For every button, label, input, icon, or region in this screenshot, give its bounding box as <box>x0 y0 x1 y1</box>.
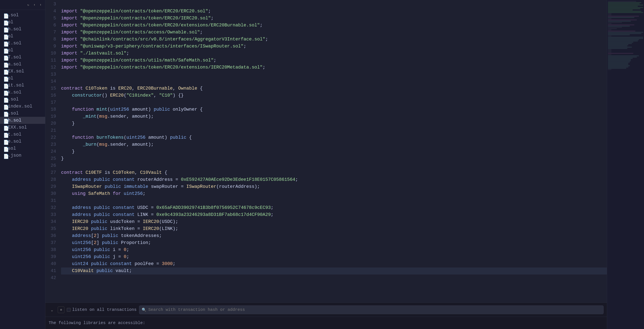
code-line-17 <box>61 99 607 106</box>
file-icon: 📄 <box>3 77 6 80</box>
code-line-5: import "@openzeppelin/contracts/token/ER… <box>61 15 607 22</box>
code-line-25: } <box>61 155 607 162</box>
code-line-32: address public constant USDC = 0x65aFADD… <box>61 204 607 211</box>
code-line-28: address public constant routerAddress = … <box>61 176 607 183</box>
code-line-7: import "@openzeppelin/contracts/access/O… <box>61 29 607 36</box>
file-item[interactable]: 📄k.sol <box>0 89 45 96</box>
file-item[interactable]: 📄h.sol <box>0 26 45 33</box>
download-icon[interactable]: ⬇ <box>38 3 43 7</box>
code-line-12: import "@openzeppelin/contracts/token/ER… <box>61 64 607 71</box>
file-item[interactable]: 📄it.sol <box>0 82 45 89</box>
file-item[interactable]: 📄e.sol <box>0 138 45 145</box>
code-line-20: } <box>61 120 607 127</box>
file-item[interactable]: 📄EXX.sol <box>0 124 45 131</box>
code-line-16: constructor() ERC20("C10index", "C10") {… <box>61 92 607 99</box>
code-line-30: using SafeMath for uint256; <box>61 190 607 197</box>
code-line-29: ISwapRouter public immutable swapRouter … <box>61 183 607 190</box>
file-item[interactable]: 📄.json <box>0 152 45 159</box>
file-item[interactable]: 📄EX.sol <box>0 68 45 75</box>
sidebar-header: ↻ ⬆ ⬇ <box>0 0 45 10</box>
search-icon[interactable]: 🔍 <box>142 307 146 312</box>
footer-text: The following libraries are accessible: <box>49 320 145 325</box>
file-icon: 📄 <box>3 91 6 94</box>
listen-transactions-label: listen on all transactions <box>72 307 136 312</box>
file-icon: 📄 <box>3 49 6 52</box>
code-line-39: uint256 public j = 0; <box>61 253 607 260</box>
file-icon: 📄 <box>3 147 6 150</box>
code-line-15: contract C10Token is ERC20, ERC20Burnabl… <box>61 85 607 92</box>
code-line-6: import "@openzeppelin/contracts/token/ER… <box>61 22 607 29</box>
file-item-active[interactable]: 📄h.sol <box>0 117 45 124</box>
code-line-26 <box>61 162 607 169</box>
code-line-3 <box>61 1 607 8</box>
upload-icon[interactable]: ⬆ <box>32 3 36 7</box>
code-line-24: } <box>61 148 607 155</box>
file-icon: 📄 <box>3 56 6 59</box>
code-line-36: address[2] public tokenAddresses; <box>61 232 607 239</box>
code-content[interactable]: import "@openzeppelin/contracts/token/ER… <box>58 0 607 302</box>
minimap-content <box>607 0 644 71</box>
file-item[interactable]: 📄.sol <box>0 110 45 117</box>
file-icon: 📄 <box>3 126 6 129</box>
file-item[interactable]: 📄t.sol <box>0 40 45 47</box>
line-numbers: 3 4 5 6 7 8 9 10 11 12 13 14 15 16 17 18… <box>46 0 58 302</box>
file-icon: 📄 <box>3 14 6 17</box>
sidebar-file-list: 📄.sol 📄ol 📄h.sol 📄ol 📄t.sol 📄ol 📄T.sol 📄… <box>0 10 45 329</box>
file-icon: 📄 <box>3 133 6 136</box>
listen-transactions-container: listen on all transactions <box>67 307 136 312</box>
code-line-4: import "@openzeppelin/contracts/token/ER… <box>61 8 607 15</box>
file-icon: 📄 <box>3 21 6 24</box>
sidebar: ↻ ⬆ ⬇ 📄.sol 📄ol 📄h.sol 📄ol 📄t.sol 📄ol 📄T… <box>0 0 46 329</box>
file-item[interactable]: 📄.sol <box>0 96 45 103</box>
listen-transactions-checkbox[interactable] <box>67 308 70 312</box>
file-icon: 📄 <box>3 84 6 87</box>
code-line-10: import "./lastvault.sol"; <box>61 50 607 57</box>
code-line-33: address public constant LINK = 0xe9c4393… <box>61 211 607 218</box>
code-line-11: import "@openzeppelin/contracts/utils/ma… <box>61 57 607 64</box>
file-icon: 📄 <box>3 140 6 143</box>
refresh-icon[interactable]: ↻ <box>26 3 30 7</box>
file-item[interactable]: 📄T.sol <box>0 54 45 61</box>
file-item[interactable]: 📄ol <box>0 33 45 40</box>
file-item[interactable]: 📄.sol <box>0 12 45 19</box>
code-line-40: uint24 public constant poolFee = 3000; <box>61 260 607 267</box>
file-icon: 📄 <box>3 105 6 108</box>
code-line-13 <box>61 71 607 78</box>
code-line-8: import "@chainlink/contracts/src/v0.8/in… <box>61 36 607 43</box>
editor-container: 3 4 5 6 7 8 9 10 11 12 13 14 15 16 17 18… <box>46 0 607 302</box>
code-line-42 <box>61 274 607 281</box>
file-icon: 📄 <box>3 28 6 31</box>
code-line-27: contract C10ETF is C10Token, C10Vault { <box>61 169 607 176</box>
code-line-18: function mint(uint256 amount) public onl… <box>61 106 607 113</box>
code-area: 3 4 5 6 7 8 9 10 11 12 13 14 15 16 17 18… <box>46 0 607 302</box>
file-item[interactable]: 📄a.sol <box>0 61 45 68</box>
file-item[interactable]: 📄sol <box>0 145 45 152</box>
code-line-14 <box>61 78 607 85</box>
expand-button[interactable]: ⌄ <box>49 306 55 313</box>
file-icon: 📄 <box>3 154 6 157</box>
code-line-34: IERC20 public usdcToken = IERC20(USDC); <box>61 218 607 225</box>
search-input[interactable] <box>148 307 601 312</box>
sidebar-icons: ↻ ⬆ ⬇ <box>26 3 43 7</box>
search-container: 🔍 <box>139 305 604 314</box>
file-item[interactable]: 📄ol <box>0 75 45 82</box>
main-editor-area: 3 4 5 6 7 8 9 10 11 12 13 14 15 16 17 18… <box>46 0 607 329</box>
code-line-9: import "@uniswap/v3-periphery/contracts/… <box>61 43 607 50</box>
code-line-19: _mint(msg.sender, amount); <box>61 113 607 120</box>
file-item[interactable]: 📄ol <box>0 47 45 54</box>
file-item[interactable]: 📄index.sol <box>0 103 45 110</box>
code-line-22: function burnTokens(uint256 amount) publ… <box>61 134 607 141</box>
file-icon: 📄 <box>3 70 6 73</box>
code-line-41: C10Vault public vault; <box>61 267 607 274</box>
file-item[interactable]: 📄ol <box>0 19 45 26</box>
file-icon: 📄 <box>3 63 6 66</box>
minimap <box>607 0 644 329</box>
file-icon: 📄 <box>3 112 6 115</box>
file-icon: 📄 <box>3 35 6 38</box>
stop-button[interactable]: ⊗ <box>58 306 64 313</box>
code-line-23: _burn(msg.sender, amount); <box>61 141 607 148</box>
file-item[interactable]: 📄t.sol <box>0 131 45 138</box>
file-icon: 📄 <box>3 42 6 45</box>
bottom-bar: ⌄ ⊗ listen on all transactions 🔍 <box>46 302 607 317</box>
file-icon: 📄 <box>3 119 6 122</box>
